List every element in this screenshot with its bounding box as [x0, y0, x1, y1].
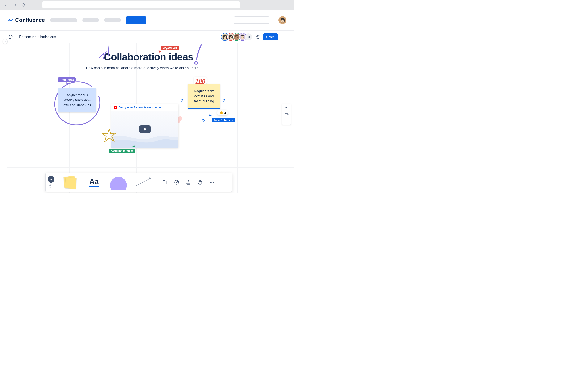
whiteboard-toolbar: Aa	[45, 173, 232, 192]
selection-handle-bottom[interactable]	[202, 119, 205, 122]
video-thumbnail[interactable]	[111, 111, 178, 148]
toolbar-divider	[157, 176, 157, 188]
sticker-tool[interactable]	[195, 177, 205, 188]
zoom-out-button[interactable]: −	[282, 117, 291, 125]
app-name: Confluence	[15, 17, 45, 23]
svg-point-0	[237, 19, 239, 21]
create-button[interactable]	[126, 16, 146, 24]
selection-handle-right[interactable]	[223, 99, 225, 101]
smart-link-tool[interactable]	[171, 177, 182, 188]
text-tool[interactable]: Aa	[83, 174, 106, 190]
svg-point-11	[188, 180, 189, 182]
svg-point-5	[282, 37, 283, 37]
svg-rect-9	[163, 181, 167, 184]
svg-point-13	[211, 182, 212, 183]
app-header: Confluence 👩🏻	[0, 10, 294, 31]
video-header: Best games for remote work teams	[111, 104, 178, 111]
nav-placeholder-1[interactable]	[50, 18, 77, 22]
confluence-logo[interactable]: Confluence	[8, 17, 45, 23]
reload-button[interactable]	[21, 2, 26, 7]
nav-placeholder-2[interactable]	[82, 18, 99, 22]
sticker-100[interactable]: 100	[194, 77, 207, 84]
selection-handle-left[interactable]	[181, 99, 183, 101]
whiteboard-canvas[interactable]: Collaboration ideas How can our team col…	[7, 43, 294, 193]
pointer-tool[interactable]	[48, 176, 54, 183]
sidebar-toggle[interactable]	[2, 39, 8, 44]
cursor-label-abdullah: Abdullah Ibrahim	[109, 149, 135, 153]
presence-avatars: 👩🏻 👩🏻 👨🏽 👨🏻 +3	[223, 33, 252, 40]
canvas-heading: Collaboration ideas	[104, 51, 193, 63]
cursor-arrow-fran	[65, 82, 69, 86]
hand-tool[interactable]	[48, 184, 53, 189]
zoom-in-button[interactable]: +	[282, 104, 291, 111]
svg-point-14	[213, 182, 214, 183]
url-bar[interactable]	[42, 1, 240, 8]
toolbar-more-button[interactable]	[207, 177, 217, 188]
share-button[interactable]: Share	[263, 33, 278, 40]
line-tool[interactable]	[131, 174, 154, 190]
reaction-count: 3	[224, 111, 226, 115]
svg-point-1	[9, 36, 10, 37]
document-title[interactable]: Remote team brainstorm	[16, 34, 56, 40]
zoom-level: 100%	[282, 111, 291, 117]
canvas-subtitle: How can our team collaborate more effect…	[86, 66, 198, 70]
back-button[interactable]	[3, 2, 8, 7]
presence-more[interactable]: +3	[245, 33, 252, 40]
thumbs-up-icon: 👍	[219, 111, 223, 115]
browser-chrome	[0, 0, 294, 10]
browser-menu-button[interactable]	[286, 2, 291, 7]
cursor-label-jane: Jane Rotanson	[212, 118, 235, 122]
section-tool[interactable]	[160, 177, 170, 188]
profile-avatar[interactable]: 👩🏻	[278, 16, 286, 24]
sticky-note-blue[interactable]: Asynchronous weekly team kick-offs and s…	[58, 88, 96, 113]
sticky-note-tool[interactable]	[58, 174, 81, 190]
confluence-icon	[8, 18, 13, 23]
video-title: Best games for remote work teams	[119, 106, 161, 109]
cursor-label-crystal: Crystal Wu	[161, 46, 179, 50]
reaction-chip[interactable]: 👍3	[217, 110, 228, 116]
sticky-note-yellow[interactable]: Regular team activities and team buildin…	[188, 84, 220, 109]
deco-exclaim-right	[193, 43, 205, 65]
cursor-label-fran: Fran Perez	[58, 77, 76, 82]
svg-point-12	[210, 182, 211, 183]
svg-point-4	[281, 37, 282, 37]
stamp-tool[interactable]	[183, 177, 194, 188]
video-embed[interactable]: Best games for remote work teams	[111, 104, 178, 148]
search-input[interactable]	[234, 16, 269, 24]
more-actions-button[interactable]	[279, 33, 286, 40]
zoom-controls: + 100% −	[282, 104, 291, 125]
svg-rect-2	[11, 36, 12, 37]
whiteboard-icon	[8, 35, 13, 39]
search-icon	[236, 19, 240, 22]
play-icon	[139, 125, 150, 133]
shape-tool[interactable]	[107, 174, 130, 190]
document-header: Remote team brainstorm 👩🏻 👩🏻 👨🏽 👨🏻 +3 Sh…	[0, 31, 294, 43]
forward-button[interactable]	[12, 2, 17, 7]
youtube-icon	[114, 106, 117, 109]
nav-placeholder-3[interactable]	[104, 18, 121, 22]
svg-point-6	[284, 37, 284, 37]
svg-point-7	[195, 62, 198, 64]
cursor-arrow-jane	[208, 114, 212, 117]
timer-button[interactable]	[254, 33, 261, 40]
